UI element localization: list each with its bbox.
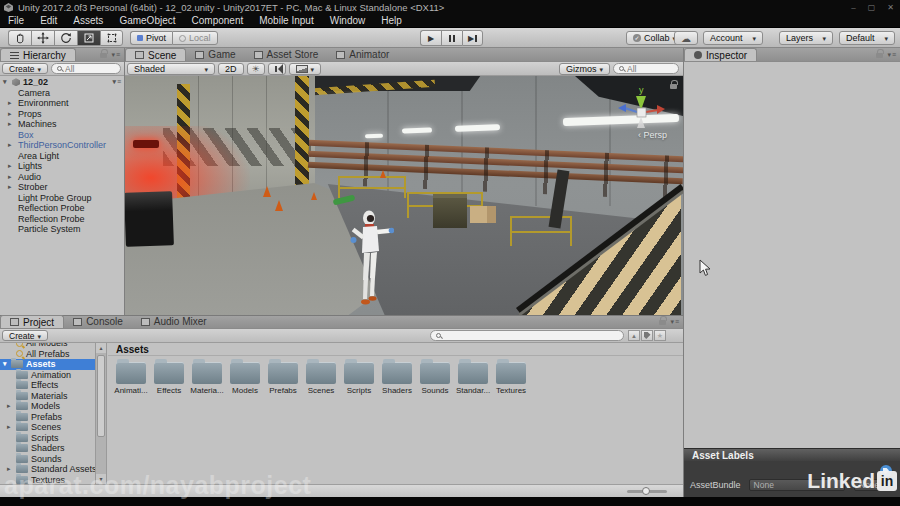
inspector-lock-icon[interactable] [876,53,883,58]
expand-arrow-icon[interactable]: ▸ [7,423,15,431]
inspector-menu-icon[interactable]: ▾≡ [887,51,897,59]
layout-dropdown[interactable]: Default [839,31,895,45]
menu-item[interactable]: Component [184,14,252,28]
project-tree-item[interactable]: ▸ Models [0,401,95,412]
project-area-tab[interactable]: Console [64,315,132,328]
scene-gizmo[interactable]: y [615,84,669,134]
rotate-tool-button[interactable] [54,30,77,46]
menu-item[interactable]: Mobile Input [251,14,321,28]
asset-folder[interactable]: Effects [150,360,188,395]
menu-item[interactable]: Help [373,14,410,28]
thumbnail-zoom-slider[interactable] [627,490,667,493]
favorites-filter-button[interactable]: ★ [654,330,666,341]
tab-inspector[interactable]: Inspector [684,48,757,61]
asset-folder[interactable]: Scripts [340,360,378,395]
expand-arrow-icon[interactable]: ▸ [8,120,16,128]
menu-item[interactable]: Edit [32,14,65,28]
hierarchy-item[interactable]: ▸ Reflection Probe [0,214,124,225]
scene-view-tab[interactable]: Animator [327,48,398,61]
project-create-button[interactable]: Create [2,330,48,341]
hierarchy-item[interactable]: ▸ Camera [0,88,124,99]
hierarchy-item[interactable]: ▸ ThirdPersonController [0,140,124,151]
hierarchy-item[interactable]: ▸ Box [0,130,124,141]
project-menu-icon[interactable]: ▾≡ [670,318,680,326]
maximize-button[interactable]: ▢ [868,3,876,12]
project-tree-item[interactable]: ▸ Materials [0,391,95,402]
minimize-button[interactable]: – [851,3,855,12]
asset-folder[interactable]: Scenes [302,360,340,395]
hierarchy-item[interactable]: ▸ Light Probe Group [0,193,124,204]
audio-toggle[interactable] [268,63,286,75]
cloud-button[interactable]: ☁ [674,31,698,45]
hierarchy-create-button[interactable]: Create [2,63,48,74]
hierarchy-item[interactable]: ▸ Area Light [0,151,124,162]
layers-dropdown[interactable]: Layers [779,31,833,45]
asset-folder[interactable]: Sounds [416,360,454,395]
search-by-type-button[interactable]: ▲ [628,330,640,341]
asset-folder[interactable]: Prefabs [264,360,302,395]
scene-search-input[interactable]: All [613,63,679,74]
lock-icon[interactable] [100,53,107,58]
asset-folder[interactable]: Textures [492,360,530,395]
lighting-toggle[interactable]: ☀ [247,63,265,75]
2d-toggle[interactable]: 2D [218,63,244,75]
tab-hierarchy[interactable]: Hierarchy [0,48,76,61]
menu-item[interactable]: GameObject [111,14,183,28]
project-lock-icon[interactable] [659,320,666,325]
project-tree-item[interactable]: ▸ Shaders [0,443,95,454]
pivot-toggle[interactable]: Pivot [130,31,172,45]
project-tree-item[interactable]: ▸ Scenes [0,422,95,433]
asset-folder[interactable]: Shaders [378,360,416,395]
hierarchy-item[interactable]: ▸ Props [0,109,124,120]
shading-mode-dropdown[interactable]: Shaded [127,63,215,75]
asset-labels-header[interactable]: Asset Labels [684,448,900,461]
menu-item[interactable]: File [0,14,32,28]
expand-arrow-icon[interactable]: ▸ [8,162,16,170]
scene-view-tab[interactable]: Scene [125,48,186,61]
expand-arrow-icon[interactable]: ▸ [8,173,16,181]
hierarchy-scene-row[interactable]: ▾ 12_02 ▾≡ [0,77,124,88]
effects-dropdown[interactable] [289,63,322,75]
search-by-label-button[interactable] [641,330,653,341]
scene-view-tab[interactable]: Game [186,48,244,61]
hierarchy-item[interactable]: ▸ Audio [0,172,124,183]
scene-menu-icon[interactable]: ▾≡ [112,78,122,86]
menu-item[interactable]: Window [322,14,374,28]
hierarchy-item[interactable]: ▸ Lights [0,161,124,172]
menu-item[interactable]: Assets [65,14,111,28]
hierarchy-item[interactable]: ▸ Environment [0,98,124,109]
scene-view-tab[interactable]: Asset Store [245,48,328,61]
project-search-input[interactable] [430,330,624,341]
expand-arrow-icon[interactable]: ▸ [7,402,15,410]
pause-button[interactable] [441,30,462,46]
hierarchy-item[interactable]: ▸ Strober [0,182,124,193]
project-tree-item[interactable]: ▸ Scripts [0,433,95,444]
step-button[interactable]: ▶ [462,30,483,46]
local-toggle[interactable]: Local [172,31,218,45]
rect-tool-button[interactable] [100,30,123,46]
hierarchy-item[interactable]: ▸ Machines [0,119,124,130]
project-tree-item[interactable]: ▸ Sounds [0,454,95,465]
asset-folder[interactable]: Standar... [454,360,492,395]
expand-arrow-icon[interactable]: ▾ [3,78,11,86]
persp-label[interactable]: ‹ Persp [638,130,667,140]
project-tree-item[interactable]: ▸ Prefabs [0,412,95,423]
expand-arrow-icon[interactable]: ▸ [8,183,16,191]
scroll-up-button[interactable]: ▴ [96,343,106,353]
close-button[interactable]: ✕ [887,3,894,12]
account-dropdown[interactable]: Account [703,31,763,45]
asset-folder[interactable]: Models [226,360,264,395]
scene-lock-icon[interactable] [670,84,677,89]
expand-arrow-icon[interactable]: ▸ [8,141,16,149]
project-area-tab[interactable]: Audio Mixer [132,315,216,328]
expand-arrow-icon[interactable]: ▸ [8,110,16,118]
slider-knob[interactable] [642,487,650,495]
asset-folder[interactable]: Materia... [188,360,226,395]
project-tree-item[interactable]: ▸ Effects [0,380,95,391]
scene-viewport[interactable]: y ‹ Persp [125,76,683,315]
expand-arrow-icon[interactable]: ▾ [3,360,11,368]
hand-tool-button[interactable] [8,30,31,46]
project-area-tab[interactable]: Project [0,315,64,328]
hierarchy-item[interactable]: ▸ Particle System [0,224,124,235]
project-tree-item[interactable]: ▸ Animation [0,370,95,381]
